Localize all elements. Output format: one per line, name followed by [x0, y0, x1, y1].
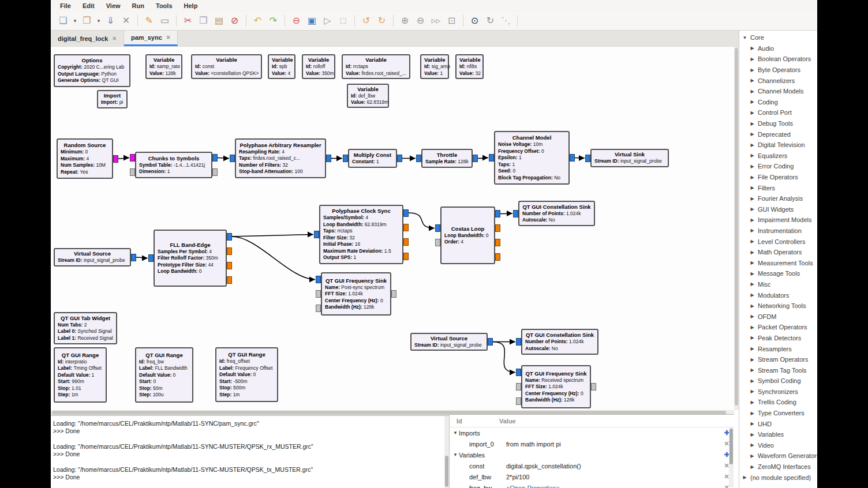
- chevron-right-icon[interactable]: ▶: [750, 314, 755, 319]
- menu-help[interactable]: Help: [178, 1, 204, 10]
- library-category-type-converters[interactable]: ▶Type Converters: [739, 408, 817, 419]
- chevron-right-icon[interactable]: ▶: [750, 175, 755, 180]
- chevron-right-icon[interactable]: ▶: [750, 389, 755, 394]
- library-category-stream-operators[interactable]: ▶Stream Operators: [739, 354, 817, 365]
- port-in-0[interactable]: [516, 338, 521, 346]
- canvas-vscrollbar[interactable]: [734, 47, 739, 410]
- paste-icon[interactable]: ▤: [211, 14, 227, 28]
- chevron-right-icon[interactable]: ▶: [750, 67, 755, 73]
- connection[interactable]: [232, 237, 315, 280]
- chevron-right-icon[interactable]: ▶: [750, 164, 755, 169]
- console-scrollbar[interactable]: [444, 415, 449, 488]
- variable-value[interactable]: digital.qpsk_constellation(): [506, 463, 719, 470]
- block-random_source[interactable]: Random SourceMinimum: 0Maximum: 4Num Sam…: [57, 138, 113, 179]
- block-resampler[interactable]: Polyphase Arbitrary ResamplerResampling …: [235, 138, 326, 178]
- generate-icon[interactable]: ▣: [304, 14, 320, 28]
- library-category-networking-tools[interactable]: ▶Networking Tools: [739, 301, 817, 311]
- port-in-0[interactable]: [130, 154, 135, 162]
- zoom-fit-icon[interactable]: ⊡: [444, 14, 459, 28]
- chevron-right-icon[interactable]: ▶: [750, 442, 755, 448]
- port-in-0[interactable]: [416, 155, 421, 162]
- block-var_def_lbw[interactable]: VariableId: def_lbwValue: 62.8319m: [347, 84, 389, 108]
- kill-icon[interactable]: □: [335, 14, 351, 28]
- variable-row-const[interactable]: constdigital.qpsk_constellation()✕: [450, 460, 734, 471]
- library-category-filters[interactable]: ▶Filters: [739, 182, 817, 193]
- library-category-channelizers[interactable]: ▶Channelizers: [739, 75, 817, 86]
- block-vsink[interactable]: Virtual SinkStream ID: input_signal_prob…: [590, 149, 669, 167]
- port-in-0[interactable]: [516, 369, 521, 376]
- connection[interactable]: [575, 158, 585, 159]
- block-range_interpratio[interactable]: QT GUI RangeId: interpratioLabel: Tming …: [54, 347, 107, 403]
- variable-editor-scroll-thumb[interactable]: [729, 429, 733, 464]
- variable-row-import_0[interactable]: import_0from math import pi✕: [450, 438, 734, 449]
- library-category-impairment-models[interactable]: ▶Impairment Models: [739, 215, 817, 226]
- port-in-0[interactable]: [513, 210, 518, 217]
- block-var_rolloff[interactable]: VariableId: rolloffValue: 350m: [302, 54, 335, 79]
- chevron-right-icon[interactable]: ▶: [750, 335, 755, 340]
- block-freqsink_post[interactable]: QT GUI Frequency SinkName: Post-sync spe…: [321, 272, 391, 316]
- menu-tools[interactable]: Tools: [150, 1, 178, 10]
- block-channel[interactable]: Channel ModelNoise Voltage: 10mFrequency…: [494, 131, 570, 185]
- library-category-instrumentation[interactable]: ▶Instrumentation: [739, 226, 817, 237]
- chevron-right-icon[interactable]: ▶: [750, 239, 755, 244]
- library-category-video[interactable]: ▶Video: [739, 440, 817, 451]
- block-properties-icon[interactable]: ✎: [141, 14, 157, 28]
- toggle-snap-icon[interactable]: ⋱: [498, 14, 514, 28]
- chevron-right-icon[interactable]: ▶: [750, 325, 755, 330]
- menu-file[interactable]: File: [54, 1, 77, 10]
- port-in-1[interactable]: [435, 239, 440, 246]
- block-range_freq_offset[interactable]: QT GUI RangeId: freq_offsetLabel: Freque…: [215, 347, 278, 402]
- block-costas[interactable]: Costas LoopLoop Bandwidth: 0Order: 4: [440, 207, 495, 264]
- library-category-variables[interactable]: ▶Variables: [739, 429, 817, 440]
- library-category-waveform-generators[interactable]: ▶Waveform Generators: [739, 451, 817, 461]
- library-category-coding[interactable]: ▶Coding: [739, 97, 817, 108]
- port-out-0[interactable]: [212, 154, 218, 162]
- library-category-core[interactable]: ▼Core: [739, 32, 817, 43]
- library-category-math-operators[interactable]: ▶Math Operators: [739, 247, 817, 258]
- undo-icon[interactable]: ↶: [250, 14, 265, 28]
- block-constsink_bot[interactable]: QT GUI Constellation SinkNumber of Point…: [521, 329, 598, 355]
- library-category-modulators[interactable]: ▶Modulators: [739, 290, 817, 301]
- block-multiply[interactable]: Multiply ConstConstant: 1: [348, 149, 397, 168]
- port-out-1[interactable]: [495, 224, 500, 232]
- library-category-channel-models[interactable]: ▶Channel Models: [739, 86, 817, 97]
- port-in-0[interactable]: [343, 155, 348, 162]
- tab-pam_sync[interactable]: pam_sync✕: [124, 31, 178, 46]
- port-out-0[interactable]: [591, 383, 596, 391]
- connection[interactable]: [232, 235, 313, 237]
- chevron-right-icon[interactable]: ▶: [750, 121, 755, 126]
- library-category--no-module-specified-[interactable]: ▶(no module specified): [739, 472, 817, 483]
- chevron-right-icon[interactable]: ▶: [750, 271, 755, 276]
- chevron-down-icon[interactable]: ▼: [453, 430, 459, 436]
- library-category-control-port[interactable]: ▶Control Port: [739, 107, 817, 118]
- chevron-right-icon[interactable]: ▶: [750, 378, 755, 384]
- chevron-right-icon[interactable]: ▶: [750, 132, 755, 137]
- execute-icon[interactable]: ▷: [320, 14, 335, 28]
- block-constsink_top[interactable]: QT GUI Constellation SinkNumber of Point…: [518, 201, 595, 226]
- chevron-right-icon[interactable]: ▶: [750, 346, 755, 351]
- block-var_rrctaps[interactable]: VariableId: rrctapsValue: firdes.root_ra…: [342, 54, 410, 79]
- chevron-right-icon[interactable]: ▶: [750, 217, 755, 223]
- variable-editor-scrollbar[interactable]: [729, 427, 734, 487]
- library-category-uhd[interactable]: ▶UHD: [739, 418, 817, 429]
- library-category-equalizers[interactable]: ▶Equalizers: [739, 151, 817, 162]
- library-category-error-coding[interactable]: ▶Error Coding: [739, 161, 817, 172]
- chevron-right-icon[interactable]: ▶: [750, 46, 755, 51]
- connection[interactable]: [118, 158, 129, 159]
- chevron-right-icon[interactable]: ▶: [750, 228, 755, 233]
- chevron-right-icon[interactable]: ▶: [750, 464, 755, 470]
- port-out-3[interactable]: [495, 253, 500, 261]
- copy-icon[interactable]: ❐: [196, 14, 211, 28]
- block-var_sig_amp[interactable]: VariableId: sig_ampValue: 1: [420, 54, 449, 79]
- close-flowgraph-icon[interactable]: ✕: [118, 14, 134, 28]
- library-category-digital-television[interactable]: ▶Digital Television: [739, 140, 817, 151]
- connection[interactable]: [409, 213, 435, 228]
- delete-icon[interactable]: ⊘: [227, 14, 242, 28]
- port-out-3[interactable]: [227, 276, 232, 284]
- port-in-1[interactable]: [130, 168, 135, 176]
- block-range_freq_bw[interactable]: QT GUI RangeId: freq_bwLabel: FLL Bandwi…: [135, 347, 193, 403]
- menu-run[interactable]: Run: [126, 1, 150, 10]
- variable-value[interactable]: from math import pi: [506, 441, 719, 448]
- port-in-2[interactable]: [316, 305, 321, 312]
- chevron-right-icon[interactable]: ▶: [750, 421, 755, 426]
